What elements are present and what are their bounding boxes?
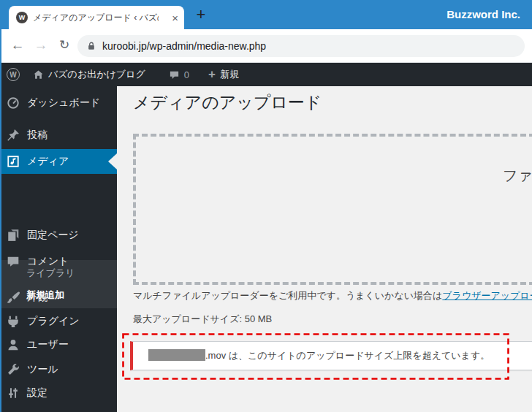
upload-error-notice: .mov は、このサイトのアップロードサイズ上限を超えています。	[130, 341, 532, 370]
sidebar-item-posts[interactable]: 投稿	[0, 123, 117, 148]
sidebar-item-media[interactable]: メディア	[0, 149, 117, 174]
browser-tab[interactable]: W メディアのアップロード ‹ バズのお出かけ ×	[9, 6, 184, 29]
lock-icon	[86, 41, 96, 51]
tools-wrench-icon	[7, 363, 20, 376]
wp-admin-bar: W バズのお出かけブログ 0 + 新規	[0, 63, 532, 86]
sidebar-item-plugins[interactable]: プラグイン	[0, 309, 117, 334]
sidebar-item-pages[interactable]: 固定ページ	[0, 223, 117, 248]
tab-title: メディアのアップロード ‹ バズのお出かけ	[33, 12, 159, 24]
comment-bubble-icon	[169, 69, 180, 80]
pin-icon	[7, 129, 20, 142]
admin-bar-site-name: バズのお出かけブログ	[48, 68, 145, 81]
sidebar-label: ユーザー	[27, 338, 69, 351]
upload-dropzone[interactable]: ファイルをドロップしてアップロード	[133, 134, 532, 285]
sidebar-label: 固定ページ	[27, 229, 79, 242]
settings-sliders-icon	[7, 386, 20, 400]
url-text: kuroobi.jp/wp-admin/media-new.php	[102, 40, 266, 52]
browser-toolbar: ← → ↻ kuroobi.jp/wp-admin/media-new.php	[0, 29, 532, 63]
wp-admin-sidebar: ダッシュボード 投稿 メディア ライブラリ 新規追加 固定ページ コメント	[0, 86, 117, 412]
admin-bar-new-link[interactable]: + 新規	[195, 63, 245, 86]
sidebar-label: コメント	[27, 255, 69, 268]
media-icon	[7, 155, 20, 168]
reload-button[interactable]: ↻	[56, 29, 73, 63]
sidebar-item-settings[interactable]: 設定	[0, 381, 117, 405]
dropzone-label: ファイルをドロップしてアップロード	[503, 166, 532, 186]
sidebar-label: プラグイン	[27, 315, 80, 328]
admin-bar-new-label: 新規	[220, 68, 239, 81]
plus-icon: +	[208, 67, 216, 82]
sidebar-item-comments[interactable]: コメント	[0, 249, 117, 274]
sidebar-item-appearance[interactable]: 外観	[0, 285, 117, 310]
browser-uploader-link[interactable]: ブラウザーアップローダー	[442, 290, 532, 301]
new-tab-button[interactable]: +	[191, 6, 210, 25]
sidebar-label: 外観	[27, 291, 48, 304]
home-icon	[33, 69, 44, 80]
sidebar-label: 投稿	[27, 129, 48, 142]
main-content: メディアのアップロード ファイルをドロップしてアップロード マルチファイルアップ…	[117, 86, 532, 412]
address-bar[interactable]: kuroobi.jp/wp-admin/media-new.php	[77, 35, 525, 57]
sidebar-label: メディア	[27, 155, 69, 168]
wordpress-logo-icon[interactable]: W	[7, 68, 20, 81]
window-brand-label: Buzzword Inc.	[446, 0, 520, 29]
sidebar-item-dashboard[interactable]: ダッシュボード	[0, 91, 117, 115]
max-upload-size: 最大アップロードサイズ: 50 MB	[133, 313, 272, 326]
pages-icon	[7, 229, 20, 242]
dashboard-icon	[7, 96, 20, 110]
admin-bar-site-link[interactable]: バズのお出かけブログ	[27, 63, 151, 86]
sidebar-label: ツール	[27, 363, 58, 376]
admin-bar-comments-link[interactable]: 0	[163, 63, 195, 86]
forward-button[interactable]: →	[32, 29, 50, 63]
error-message-text: .mov は、このサイトのアップロードサイズ上限を超えています。	[205, 350, 490, 361]
page-title: メディアのアップロード	[133, 92, 322, 114]
comment-icon	[7, 255, 20, 268]
uploader-note: マルチファイルアップローダーをご利用中です。うまくいかない場合はブラウザーアップ…	[133, 289, 532, 302]
comment-count: 0	[184, 69, 189, 80]
sidebar-item-tools[interactable]: ツール	[0, 357, 117, 382]
sidebar-label: 設定	[27, 386, 48, 400]
tab-close-icon[interactable]: ×	[172, 12, 178, 23]
sidebar-label: ダッシュボード	[27, 96, 100, 110]
back-button[interactable]: ←	[9, 29, 26, 63]
wordpress-favicon-icon: W	[16, 12, 28, 23]
uploader-note-text: マルチファイルアップローダーをご利用中です。うまくいかない場合は	[133, 290, 442, 301]
plugin-icon	[7, 315, 20, 328]
users-icon	[7, 338, 20, 351]
sidebar-item-users[interactable]: ユーザー	[0, 332, 117, 357]
browser-tab-bar: W メディアのアップロード ‹ バズのお出かけ × + Buzzword Inc…	[0, 0, 532, 29]
window-frame-edge	[0, 0, 1, 412]
redacted-filename	[148, 349, 205, 361]
appearance-brush-icon	[7, 291, 20, 304]
